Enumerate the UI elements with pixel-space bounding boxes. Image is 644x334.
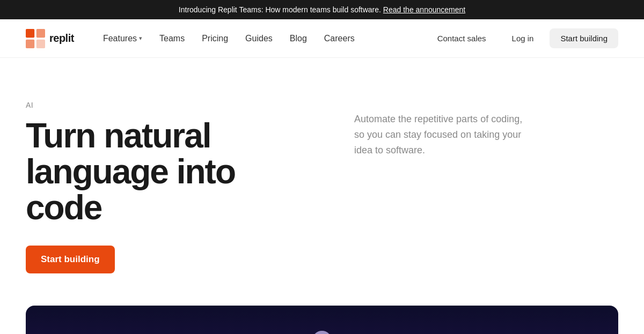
features-chevron-icon: ▾ bbox=[139, 35, 142, 42]
nav-features[interactable]: Features ▾ bbox=[96, 29, 150, 48]
nav-careers[interactable]: Careers bbox=[317, 29, 362, 48]
logo-text: replit bbox=[49, 32, 74, 44]
nav-blog[interactable]: Blog bbox=[282, 29, 314, 48]
hero-right: Automate the repetitive parts of coding,… bbox=[290, 101, 618, 158]
demo-area bbox=[26, 306, 618, 334]
contact-sales-button[interactable]: Contact sales bbox=[428, 28, 496, 48]
svg-rect-2 bbox=[26, 39, 34, 48]
announcement-banner: Introducing Replit Teams: How modern tea… bbox=[0, 0, 644, 19]
svg-point-7 bbox=[312, 331, 332, 334]
login-button[interactable]: Log in bbox=[502, 28, 544, 48]
logo[interactable]: replit bbox=[26, 29, 74, 48]
hero-title: Turn natural language into code bbox=[26, 118, 290, 226]
nav-pricing[interactable]: Pricing bbox=[194, 29, 236, 48]
svg-rect-3 bbox=[36, 39, 45, 48]
nav-links: Features ▾ Teams Pricing Guides Blog Car… bbox=[96, 29, 428, 48]
hero-description: Automate the repetitive parts of coding,… bbox=[354, 112, 526, 158]
navbar: replit Features ▾ Teams Pricing Guides B… bbox=[0, 19, 644, 58]
demo-decoration-icon bbox=[241, 311, 402, 334]
announcement-link[interactable]: Read the announcement bbox=[383, 5, 465, 14]
nav-start-building-button[interactable]: Start building bbox=[550, 28, 618, 48]
logo-icon bbox=[26, 29, 45, 48]
svg-rect-1 bbox=[36, 29, 45, 38]
hero-tag: AI bbox=[26, 101, 290, 109]
hero-section: AI Turn natural language into code Start… bbox=[0, 58, 644, 306]
svg-rect-0 bbox=[26, 29, 34, 38]
hero-left: AI Turn natural language into code Start… bbox=[26, 101, 290, 273]
nav-guides[interactable]: Guides bbox=[238, 29, 280, 48]
hero-start-building-button[interactable]: Start building bbox=[26, 246, 115, 273]
nav-teams[interactable]: Teams bbox=[152, 29, 192, 48]
announcement-text: Introducing Replit Teams: How modern tea… bbox=[179, 5, 381, 14]
nav-actions: Contact sales Log in Start building bbox=[428, 28, 618, 48]
